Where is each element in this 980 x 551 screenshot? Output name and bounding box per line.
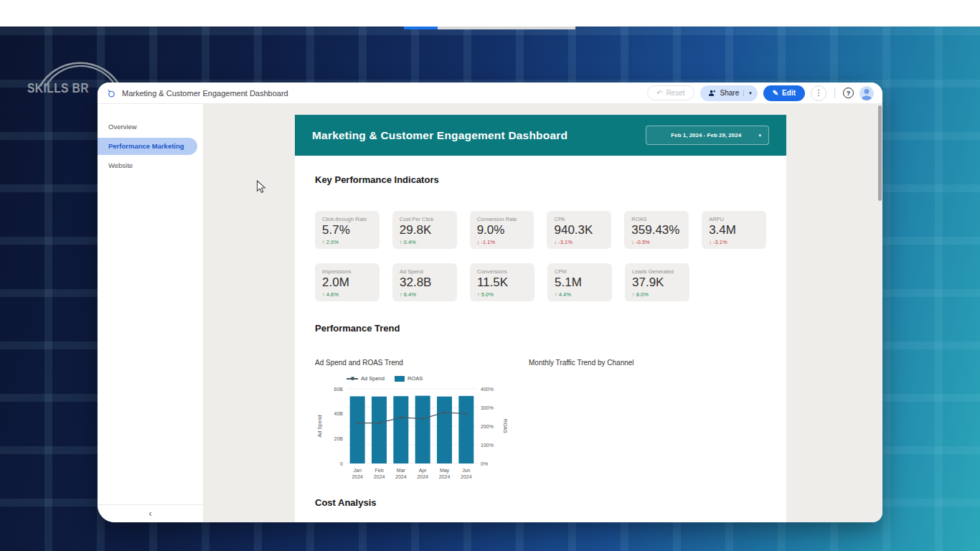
background-accent-gray <box>438 27 575 29</box>
svg-text:200%: 200% <box>481 424 494 429</box>
kebab-icon: ⋮ <box>815 88 823 98</box>
legend-label: ROAS <box>407 375 423 382</box>
chevron-down-icon: ▾ <box>758 133 761 138</box>
svg-text:Mar: Mar <box>397 468 406 473</box>
kpi-card-conversion-rate: Conversion Rate9.0%↓ -1.1% <box>470 211 534 249</box>
dashboard-sheet: Marketing & Customer Engagement Dashboar… <box>295 115 786 522</box>
svg-text:400%: 400% <box>481 387 494 392</box>
titlebar-divider <box>834 88 835 98</box>
kpi-label: Leads Generated <box>632 268 682 275</box>
sidebar-item-website[interactable]: Website <box>98 157 203 174</box>
chart-title: Monthly Traffic Trend by Channel <box>529 359 766 367</box>
svg-text:300%: 300% <box>481 405 494 410</box>
sidebar-nav: OverviewPerformance MarketingWebsite <box>98 104 203 174</box>
top-white-strip <box>0 0 980 27</box>
kpi-value: 29.8K <box>400 223 450 237</box>
screen: SKILLS BR Marketing & Customer Engagemen… <box>0 0 980 551</box>
svg-text:Ad Spend: Ad Spend <box>317 415 323 438</box>
kpi-card-impressions: Impressions2.0M↑ 4.6% <box>315 263 380 301</box>
edit-label: Edit <box>782 89 796 97</box>
question-icon: ? <box>847 90 851 97</box>
kpi-row-1: Click-through Rate5.7%↑ 2.0%Cost Per Cli… <box>315 211 766 249</box>
date-range-value: Feb 1, 2024 - Feb 29, 2024 <box>654 132 758 138</box>
svg-text:2024: 2024 <box>439 474 451 479</box>
window-body: OverviewPerformance MarketingWebsite ‹ M… <box>98 104 882 522</box>
kpi-value: 2.0M <box>322 276 372 290</box>
reset-button[interactable]: ↶ Reset <box>647 85 694 100</box>
kpi-value: 3.4M <box>709 223 759 237</box>
dashboard-header: Marketing & Customer Engagement Dashboar… <box>295 115 786 156</box>
trend-section-heading: Performance Trend <box>315 323 766 334</box>
kpi-label: ARPU <box>709 216 759 222</box>
svg-text:Apr: Apr <box>419 468 428 474</box>
svg-text:2024: 2024 <box>417 474 428 479</box>
svg-text:ROAS: ROAS <box>503 419 507 433</box>
kpi-card-click-through-rate: Click-through Rate5.7%↑ 2.0% <box>315 211 380 249</box>
kpi-delta: ↑ 5.0% <box>477 291 527 298</box>
chart-legend: Ad Spend ROAS <box>347 375 529 382</box>
share-label: Share <box>720 89 740 97</box>
svg-text:2024: 2024 <box>352 474 363 479</box>
mouse-cursor <box>256 180 266 194</box>
reset-label: Reset <box>666 89 684 97</box>
kpi-delta: ↓ -3.1% <box>709 239 759 245</box>
kpi-value: 9.0% <box>477 223 527 237</box>
background-accent-blue <box>404 27 438 29</box>
adspend-roas-chart: Ad Spend and ROAS Trend Ad Spend ROAS <box>315 359 529 489</box>
bar-swatch-icon <box>395 376 405 382</box>
svg-text:20B: 20B <box>334 436 344 441</box>
dashboard-canvas: Marketing & Customer Engagement Dashboar… <box>203 104 882 522</box>
svg-text:60B: 60B <box>334 387 344 392</box>
vertical-scrollbar[interactable] <box>878 105 882 201</box>
undo-icon: ↶ <box>656 89 662 97</box>
dashboard-title: Marketing & Customer Engagement Dashboar… <box>312 129 567 142</box>
svg-text:40B: 40B <box>334 411 344 416</box>
kpi-value: 11.5K <box>477 276 527 290</box>
svg-text:Feb: Feb <box>374 468 383 473</box>
kpi-card-arpu: ARPU3.4M↓ -3.1% <box>702 211 766 249</box>
help-button[interactable]: ? <box>843 88 854 98</box>
kpi-delta: ↓ -3.1% <box>554 239 604 245</box>
kpi-section-heading: Key Performance Indicators <box>315 174 766 185</box>
kpi-label: Click-through Rate <box>322 216 372 222</box>
kpi-value: 940.3K <box>554 223 604 237</box>
kpi-label: Impressions <box>322 268 372 275</box>
kpi-value: 359.43% <box>631 223 682 237</box>
kpi-label: CPA <box>554 216 604 222</box>
more-options-button[interactable]: ⋮ <box>811 85 826 101</box>
user-avatar[interactable] <box>859 86 874 100</box>
kpi-label: Cost Per Click <box>400 216 450 222</box>
app-window: Marketing & Customer Engagement Dashboar… <box>98 83 882 522</box>
kpi-card-conversions: Conversions11.5K↑ 5.0% <box>470 263 534 301</box>
kpi-value: 5.7% <box>322 223 372 237</box>
share-dropdown-caret[interactable]: ▾ <box>743 90 752 96</box>
sidebar-item-performance-marketing[interactable]: Performance Marketing <box>98 138 197 155</box>
svg-text:2024: 2024 <box>374 474 385 479</box>
legend-item-roas: ROAS <box>395 375 423 382</box>
chart-title: Ad Spend and ROAS Trend <box>315 359 529 367</box>
legend-item-adspend: Ad Spend <box>347 375 385 382</box>
kpi-delta: ↓ -0.5% <box>631 239 682 245</box>
sidebar-item-overview[interactable]: Overview <box>98 118 203 136</box>
svg-text:0: 0 <box>340 461 343 466</box>
dashboard-content: Key Performance Indicators Click-through… <box>295 174 786 508</box>
kpi-value: 32.8B <box>400 276 450 290</box>
person-icon <box>859 86 874 100</box>
svg-text:May: May <box>440 468 450 474</box>
person-add-icon <box>708 89 716 97</box>
kpi-delta: ↓ -1.1% <box>477 239 527 245</box>
edit-button[interactable]: ✎ Edit <box>763 85 805 101</box>
traffic-trend-chart: Monthly Traffic Trend by Channel <box>529 359 766 489</box>
date-range-selector[interactable]: Feb 1, 2024 - Feb 29, 2024 ▾ <box>646 126 769 145</box>
kpi-label: Conversions <box>477 268 527 275</box>
line-marker-icon <box>347 378 358 380</box>
cost-section-heading: Cost Analysis <box>315 497 766 508</box>
document-title: Marketing & Customer Engagement Dashboar… <box>122 89 288 98</box>
kpi-label: ROAS <box>631 216 682 222</box>
svg-text:2024: 2024 <box>395 474 407 479</box>
share-button[interactable]: Share ▾ <box>700 85 758 101</box>
kpi-label: CPM <box>555 268 605 275</box>
collapse-sidebar-button[interactable]: ‹ <box>149 509 152 519</box>
kpi-card-cost-per-click: Cost Per Click29.8K↑ 0.4% <box>392 211 457 249</box>
logo-text: SKILLS BR <box>27 80 89 96</box>
